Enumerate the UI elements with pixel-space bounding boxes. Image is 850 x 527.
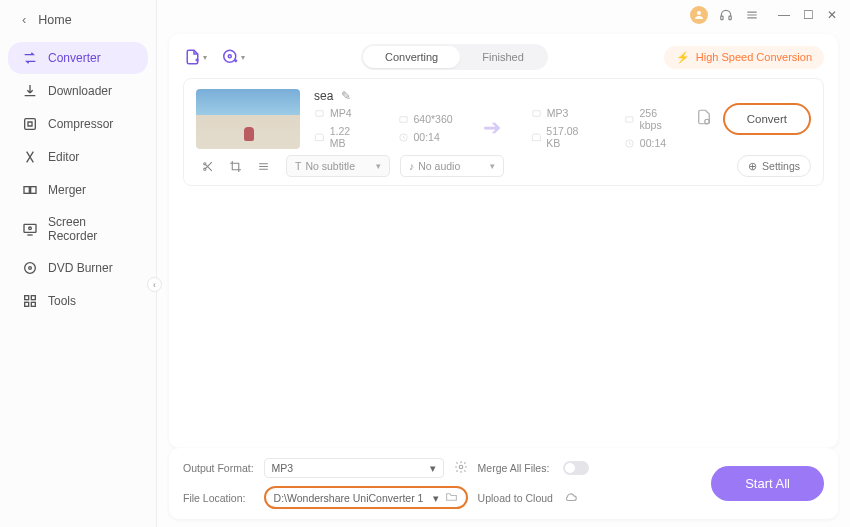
file-location-label: File Location:	[183, 492, 254, 504]
add-file-button[interactable]: ▾	[183, 47, 207, 67]
bolt-icon: ⚡	[676, 51, 690, 64]
headphones-icon[interactable]	[718, 7, 734, 23]
svg-point-22	[704, 119, 709, 124]
output-format-dropdown[interactable]: MP3 ▾	[264, 458, 444, 478]
user-avatar[interactable]	[690, 6, 708, 24]
audio-icon: ♪	[409, 160, 414, 172]
format-settings-icon[interactable]	[454, 460, 468, 476]
home-button[interactable]: ‹ Home	[0, 6, 156, 37]
svg-point-6	[29, 267, 32, 270]
high-speed-badge[interactable]: ⚡ High Speed Conversion	[664, 46, 824, 69]
dst-duration: 00:14	[640, 137, 666, 149]
more-icon[interactable]	[256, 159, 270, 173]
svg-rect-8	[31, 296, 35, 300]
dst-format: MP3	[547, 107, 569, 119]
svg-point-24	[203, 162, 205, 164]
svg-rect-16	[316, 110, 323, 116]
compressor-icon	[22, 116, 38, 132]
src-resolution: 640*360	[414, 113, 453, 125]
rename-icon[interactable]: ✎	[341, 89, 351, 103]
chevron-down-icon: ▾	[490, 161, 495, 171]
folder-icon[interactable]	[445, 490, 458, 505]
convert-button[interactable]: Convert	[723, 103, 811, 135]
titlebar: — ☐ ✕	[157, 0, 850, 30]
tab-converting[interactable]: Converting	[363, 46, 460, 68]
svg-point-23	[203, 168, 205, 170]
sidebar-item-dvd-burner[interactable]: DVD Burner	[8, 252, 148, 284]
sidebar-label: Merger	[48, 183, 86, 197]
file-location-dropdown[interactable]: D:\Wondershare UniConverter 1 ▾	[274, 492, 439, 504]
svg-point-5	[25, 263, 36, 274]
src-format: MP4	[330, 107, 352, 119]
merger-icon	[22, 182, 38, 198]
output-format-value: MP3	[272, 462, 294, 474]
settings-label: Settings	[762, 160, 800, 172]
downloader-icon	[22, 83, 38, 99]
merge-toggle[interactable]	[563, 461, 589, 475]
sidebar-item-compressor[interactable]: Compressor	[8, 108, 148, 140]
sidebar-item-tools[interactable]: Tools	[8, 285, 148, 317]
home-label: Home	[38, 13, 71, 27]
chevron-down-icon: ▾	[376, 161, 381, 171]
dvd-burner-icon	[22, 260, 38, 276]
file-settings-icon[interactable]	[695, 108, 713, 130]
file-name: sea	[314, 89, 333, 103]
output-format-label: Output Format:	[183, 462, 254, 474]
sidebar-item-downloader[interactable]: Downloader	[8, 75, 148, 107]
svg-point-15	[228, 55, 231, 58]
sidebar-item-merger[interactable]: Merger	[8, 174, 148, 206]
cloud-icon[interactable]	[563, 490, 589, 506]
svg-rect-12	[721, 16, 723, 20]
maximize-button[interactable]: ☐	[802, 9, 814, 21]
chevron-left-icon: ‹	[22, 12, 26, 27]
svg-rect-9	[25, 302, 29, 306]
minimize-button[interactable]: —	[778, 9, 790, 21]
audio-value: No audio	[418, 160, 460, 172]
svg-rect-17	[399, 116, 406, 122]
dst-bitrate: 256 kbps	[639, 107, 680, 131]
svg-rect-2	[31, 187, 36, 194]
start-all-button[interactable]: Start All	[711, 466, 824, 501]
svg-point-14	[224, 50, 236, 62]
settings-button[interactable]: ⊕ Settings	[737, 155, 811, 177]
tab-finished[interactable]: Finished	[460, 46, 546, 68]
sidebar-label: Converter	[48, 51, 101, 65]
trim-icon[interactable]	[200, 159, 214, 173]
sidebar-item-converter[interactable]: Converter	[8, 42, 148, 74]
sidebar-item-screen-recorder[interactable]: Screen Recorder	[8, 207, 148, 251]
close-button[interactable]: ✕	[826, 9, 838, 21]
menu-icon[interactable]	[744, 7, 760, 23]
subtitle-dropdown[interactable]: TNo subtitle ▾	[286, 155, 390, 177]
svg-rect-13	[729, 16, 731, 20]
merge-label: Merge All Files:	[478, 462, 553, 474]
upload-cloud-label: Upload to Cloud	[478, 492, 553, 504]
svg-rect-1	[24, 187, 29, 194]
add-dvd-button[interactable]: ▾	[221, 47, 245, 67]
file-card: sea ✎ MP4 1.22 MB 640*360 00:14	[183, 78, 824, 186]
sidebar-item-editor[interactable]: Editor	[8, 141, 148, 173]
crop-icon[interactable]	[228, 159, 242, 173]
tools-icon	[22, 293, 38, 309]
svg-rect-7	[25, 296, 29, 300]
src-size: 1.22 MB	[330, 125, 368, 149]
sidebar-label: DVD Burner	[48, 261, 113, 275]
sidebar-label: Editor	[48, 150, 79, 164]
sidebar: ‹ Home Converter Downloader Compressor E…	[0, 0, 157, 527]
svg-rect-10	[31, 302, 35, 306]
arrow-right-icon: ➔	[483, 115, 501, 141]
dst-size: 517.08 KB	[546, 125, 594, 149]
src-duration: 00:14	[414, 131, 440, 143]
svg-point-4	[29, 227, 32, 230]
file-location-row: D:\Wondershare UniConverter 1 ▾	[264, 486, 468, 509]
high-speed-label: High Speed Conversion	[696, 51, 812, 63]
svg-rect-0	[25, 119, 36, 130]
sidebar-label: Compressor	[48, 117, 113, 131]
sidebar-label: Tools	[48, 294, 76, 308]
video-thumbnail[interactable]	[196, 89, 300, 149]
chevron-down-icon: ▾	[430, 462, 436, 474]
task-tabs: Converting Finished	[361, 44, 548, 70]
audio-dropdown[interactable]: ♪No audio ▾	[400, 155, 504, 177]
screen-recorder-icon	[22, 221, 38, 237]
sidebar-label: Downloader	[48, 84, 112, 98]
svg-rect-19	[532, 110, 539, 116]
